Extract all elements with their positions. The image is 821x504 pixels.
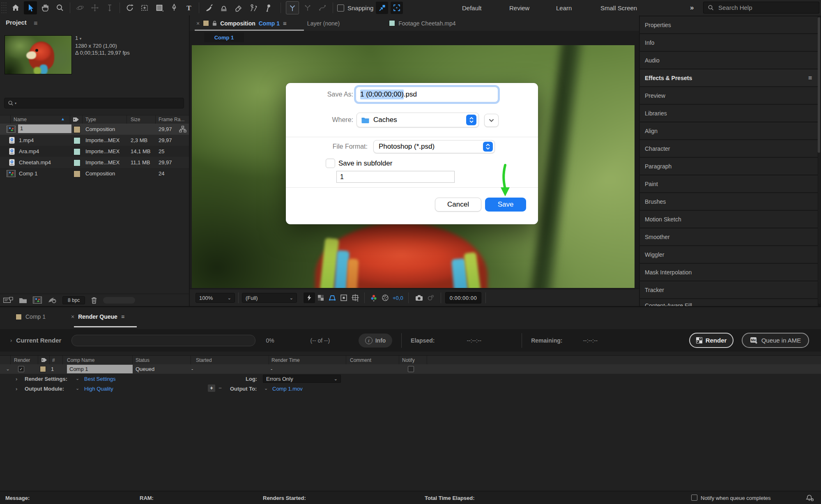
snap-to-feature-button[interactable] (301, 2, 314, 14)
notify-checkbox[interactable] (408, 366, 414, 372)
panel-tab-character[interactable]: Character (640, 140, 818, 157)
panel-tab-motion-sketch[interactable]: Motion Sketch (640, 211, 818, 228)
close-icon[interactable]: × (196, 20, 200, 27)
notify-queue-checkbox[interactable] (691, 495, 697, 501)
panel-resize-pill[interactable] (103, 297, 135, 304)
column-header-type[interactable]: Type (85, 117, 96, 122)
expander-icon[interactable]: › (16, 376, 17, 382)
project-row-comp-1-selected[interactable]: 1 Composition 29,97 (0, 124, 189, 135)
subfolder-name-input[interactable]: 1 (336, 171, 455, 183)
expander-icon[interactable]: ⌄ (6, 366, 10, 372)
toolbar-drag-handle[interactable] (1, 2, 7, 14)
project-settings-icon[interactable] (48, 297, 57, 304)
home-tool-button[interactable] (9, 1, 22, 14)
snapping-checkbox[interactable] (337, 5, 344, 12)
shape-tool-button[interactable] (153, 1, 166, 14)
label-swatch-teal[interactable] (74, 148, 80, 155)
tab-render-queue[interactable]: × Render Queue ≡ (71, 313, 124, 320)
label-swatch-teal[interactable] (74, 137, 80, 144)
snap-bezier-button[interactable] (316, 2, 329, 14)
interpret-footage-icon[interactable] (3, 297, 13, 304)
workspace-tab-review[interactable]: Review (509, 0, 529, 16)
label-swatch-teal[interactable] (74, 159, 80, 166)
channel-button[interactable] (368, 292, 379, 303)
type-tool-button[interactable]: T (182, 1, 195, 14)
column-status[interactable]: Status (136, 357, 149, 363)
workspace-tab-default[interactable]: Default (462, 0, 482, 16)
choose-grid-button[interactable] (350, 292, 361, 303)
project-row-cheetah[interactable]: Cheetah.mp4 Importe...MEX 11,1 MB 29,97 (0, 157, 189, 168)
tab-footage[interactable]: Footage Cheetah.mp4 (389, 20, 455, 27)
project-row-ara[interactable]: Ara.mp4 Importe...MEX 14,1 MB 25 (0, 146, 189, 157)
column-header-name[interactable]: Name (14, 117, 27, 122)
panel-tab-smoother[interactable]: Smoother (640, 228, 818, 245)
tab-menu-icon[interactable]: ≡ (121, 313, 124, 320)
puppet-pin-tool-button[interactable] (262, 1, 275, 14)
log-dropdown[interactable]: Errors Only ⌄ (263, 375, 341, 383)
comp-breadcrumb-tab[interactable]: Comp 1 (204, 32, 244, 42)
rotation-tool-button[interactable] (123, 1, 136, 14)
expander-icon[interactable]: › (16, 386, 17, 392)
cancel-button[interactable]: Cancel (435, 198, 481, 212)
trash-icon[interactable] (91, 297, 97, 304)
output-to-link[interactable]: Comp 1.mov (272, 386, 303, 392)
sort-ascending-icon[interactable]: ▲ (61, 117, 65, 121)
column-header-size[interactable]: Size (131, 117, 140, 122)
column-comp-name[interactable]: Comp Name (67, 357, 94, 363)
remove-output-module-button[interactable]: − (217, 384, 223, 392)
chevron-down-icon[interactable]: ⌄ (264, 386, 268, 391)
tab-menu-icon[interactable]: ≡ (283, 20, 287, 27)
new-composition-icon[interactable] (33, 297, 42, 304)
transparency-grid-button[interactable] (315, 292, 327, 303)
label-swatch-tan[interactable] (40, 366, 46, 372)
more-workspaces-button[interactable]: » (690, 0, 694, 16)
panel-tab-tracker[interactable]: Tracker (640, 281, 818, 298)
panel-tab-brushes[interactable]: Brushes (640, 193, 818, 210)
close-icon[interactable]: × (71, 313, 74, 320)
panel-tab-libraries[interactable]: Libraries (640, 105, 818, 122)
panel-tab-effects-presets[interactable]: Effects & Presets ≡ (640, 69, 818, 86)
exposure-button[interactable] (379, 292, 391, 303)
hand-tool-button[interactable] (39, 1, 52, 14)
workspace-tab-small-screen[interactable]: Small Screen (600, 0, 637, 16)
label-swatch-tan[interactable] (74, 126, 80, 133)
new-folder-icon[interactable] (19, 297, 27, 304)
file-format-dropdown[interactable]: Photoshop (*.psd) (373, 140, 495, 153)
filename-input[interactable]: 1 (0;00;00;00).psd (356, 87, 498, 102)
flowchart-icon[interactable] (179, 126, 186, 133)
where-dropdown[interactable]: Caches (356, 113, 479, 127)
save-in-subfolder-checkbox[interactable] (326, 159, 335, 168)
panel-tab-wiggler[interactable]: Wiggler (640, 246, 818, 263)
eraser-tool-button[interactable] (232, 1, 245, 14)
column-number[interactable]: # (52, 357, 55, 363)
mask-visibility-button[interactable] (327, 292, 338, 303)
info-button[interactable]: i Info (359, 334, 392, 348)
column-comment[interactable]: Comment (350, 357, 371, 363)
panel-tab-paragraph[interactable]: Paragraph (640, 158, 818, 175)
project-panel-menu-icon[interactable]: ≡ (34, 20, 37, 27)
tab-comp-1-timeline[interactable]: Comp 1 (16, 313, 46, 320)
panel-tab-align[interactable]: Align (640, 122, 818, 139)
snap-to-point-button[interactable] (286, 1, 299, 14)
dolly-camera-tool-button[interactable] (103, 1, 116, 14)
tab-layer[interactable]: Layer (none) (307, 20, 340, 27)
label-color-column-icon[interactable] (41, 357, 47, 363)
chevron-down-icon[interactable]: ⌄ (76, 386, 79, 391)
clone-stamp-tool-button[interactable] (217, 1, 230, 14)
brush-tool-button[interactable] (202, 1, 216, 14)
show-snapshot-button[interactable] (425, 292, 437, 303)
region-of-interest-button[interactable] (338, 292, 350, 303)
pen-tool-button[interactable] (168, 1, 181, 14)
panel-tab-info[interactable]: Info (640, 34, 818, 51)
queue-in-ame-button[interactable]: Me Queue in AME (742, 333, 809, 348)
column-render[interactable]: Render (14, 357, 30, 363)
project-row-comp1[interactable]: Comp 1 Composition 24 (0, 168, 189, 179)
fast-previews-button[interactable] (304, 292, 315, 303)
expand-dialog-button[interactable] (484, 114, 499, 127)
pan-camera-tool-button[interactable] (88, 1, 101, 14)
magnification-dropdown[interactable]: 100% ⌄ (195, 293, 235, 303)
render-button[interactable]: Render (689, 333, 734, 348)
column-started[interactable]: Started (196, 357, 212, 363)
bit-depth-button[interactable]: 8 bpc (62, 296, 85, 304)
project-search-field[interactable]: ▾ (4, 98, 184, 108)
